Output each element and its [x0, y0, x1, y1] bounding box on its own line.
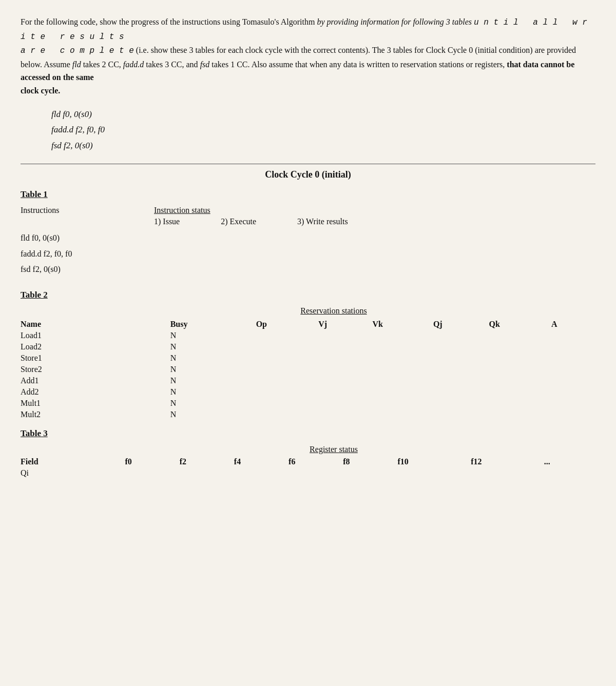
res-cell-vk-3 [373, 364, 433, 375]
res-cell-busy-2: N [170, 352, 256, 364]
bold-warning: that data cannot be accessed on the same… [21, 60, 574, 95]
res-cell-qj-2 [433, 352, 489, 364]
instructions-label: Instructions [21, 206, 123, 226]
section-divider [21, 164, 595, 164]
res-cell-vk-7 [373, 409, 433, 420]
reg-col-f4: f4 [234, 456, 288, 467]
res-cell-a-4 [551, 375, 595, 386]
reg-col-f0: f0 [125, 456, 179, 467]
col-execute: 2) Execute [221, 217, 256, 226]
instruction-status-title: Instruction status [154, 206, 348, 215]
res-cell-name-5: Add2 [21, 386, 170, 398]
res-cell-vk-6 [373, 398, 433, 409]
res-cell-name-7: Mult2 [21, 409, 170, 420]
res-table-row: Store1N [21, 352, 595, 364]
table2-section: Table 2 Reservation stations Name Busy O… [21, 290, 595, 420]
register-status-title: Register status [72, 445, 595, 454]
res-cell-vj-0 [318, 330, 372, 341]
res-cell-vk-4 [373, 375, 433, 386]
res-table-row: Mult1N [21, 398, 595, 409]
reg-table-qi-row: Qi [21, 467, 595, 479]
fadd-italic: fadd.d [123, 60, 144, 69]
reservation-table: Name Busy Op Vj Vk Qj Qk A Load1NLoad2NS… [21, 319, 595, 420]
table3-title: Table 3 [21, 428, 595, 439]
col-write: 3) Write results [297, 217, 348, 226]
res-cell-op-5 [256, 386, 319, 398]
res-cell-op-6 [256, 398, 319, 409]
res-cell-op-1 [256, 341, 319, 352]
col-qk: Qk [489, 319, 551, 330]
reg-col-f8: f8 [343, 456, 397, 467]
res-cell-name-0: Load1 [21, 330, 170, 341]
res-cell-a-0 [551, 330, 595, 341]
reg-col-f6: f6 [288, 456, 343, 467]
reg-qi-f12 [471, 467, 544, 479]
res-cell-qj-1 [433, 341, 489, 352]
reg-qi-f2 [180, 467, 234, 479]
intro-paragraph: For the following code, show the progres… [21, 15, 595, 97]
code-line-2: fadd.d f2, f0, f0 [51, 122, 595, 138]
instruction-status-header: Instruction status 1) Issue 2) Execute 3… [154, 206, 348, 226]
res-cell-vk-2 [373, 352, 433, 364]
res-cell-qk-4 [489, 375, 551, 386]
register-table: Field f0 f2 f4 f6 f8 f10 f12 ... Qi [21, 456, 595, 479]
res-cell-name-3: Store2 [21, 364, 170, 375]
res-cell-a-1 [551, 341, 595, 352]
col-op: Op [256, 319, 319, 330]
code-block: fld f0, 0(s0) fadd.d f2, f0, f0 fsd f2, … [51, 107, 595, 154]
res-cell-a-6 [551, 398, 595, 409]
col-vk: Vk [373, 319, 433, 330]
res-cell-op-7 [256, 409, 319, 420]
table3-section: Table 3 Register status Field f0 f2 f4 f… [21, 428, 595, 479]
code-line-1: fld f0, 0(s0) [51, 107, 595, 123]
reservation-stations-title: Reservation stations [72, 306, 595, 316]
res-cell-op-2 [256, 352, 319, 364]
res-cell-op-4 [256, 375, 319, 386]
col-name: Name [21, 319, 170, 330]
instr-row-2: fadd.d f2, f0, f0 [21, 246, 595, 262]
res-cell-qk-5 [489, 386, 551, 398]
res-cell-vk-5 [373, 386, 433, 398]
res-cell-a-5 [551, 386, 595, 398]
res-cell-qj-3 [433, 364, 489, 375]
res-cell-a-7 [551, 409, 595, 420]
res-cell-vj-6 [318, 398, 372, 409]
res-table-row: Load1N [21, 330, 595, 341]
res-cell-op-3 [256, 364, 319, 375]
table2-title: Table 2 [21, 290, 595, 300]
reg-qi-f6 [288, 467, 343, 479]
code-line-3: fsd f2, 0(s0) [51, 138, 595, 154]
res-cell-qk-6 [489, 398, 551, 409]
reg-col-f10: f10 [398, 456, 471, 467]
res-cell-qj-7 [433, 409, 489, 420]
res-cell-vj-2 [318, 352, 372, 364]
res-table-row: Store2N [21, 364, 595, 375]
res-cell-op-0 [256, 330, 319, 341]
res-table-row: Add1N [21, 375, 595, 386]
res-cell-vj-1 [318, 341, 372, 352]
res-cell-a-2 [551, 352, 595, 364]
res-cell-busy-1: N [170, 341, 256, 352]
res-cell-vk-1 [373, 341, 433, 352]
res-cell-busy-5: N [170, 386, 256, 398]
res-cell-qk-3 [489, 364, 551, 375]
res-table-header-row: Name Busy Op Vj Vk Qj Qk A [21, 319, 595, 330]
intro-italic: by providing information for following 3… [21, 17, 587, 54]
table1-title: Table 1 [21, 189, 595, 200]
res-cell-a-3 [551, 364, 595, 375]
reg-qi-f4 [234, 467, 288, 479]
reg-qi-field: Qi [21, 467, 125, 479]
res-cell-vj-4 [318, 375, 372, 386]
col-qj: Qj [433, 319, 489, 330]
res-cell-name-6: Mult1 [21, 398, 170, 409]
reg-col-field: Field [21, 456, 125, 467]
instruction-status-cols: 1) Issue 2) Execute 3) Write results [154, 217, 348, 226]
res-cell-qk-7 [489, 409, 551, 420]
res-table-row: Load2N [21, 341, 595, 352]
fld-italic: fld [72, 60, 81, 69]
res-table-row: Mult2N [21, 409, 595, 420]
intro-mono: u n t i l a l l w r i t e r e s u l t s … [21, 18, 587, 55]
reg-col-f12: f12 [471, 456, 544, 467]
reg-table-header-row: Field f0 f2 f4 f6 f8 f10 f12 ... [21, 456, 595, 467]
res-cell-busy-0: N [170, 330, 256, 341]
